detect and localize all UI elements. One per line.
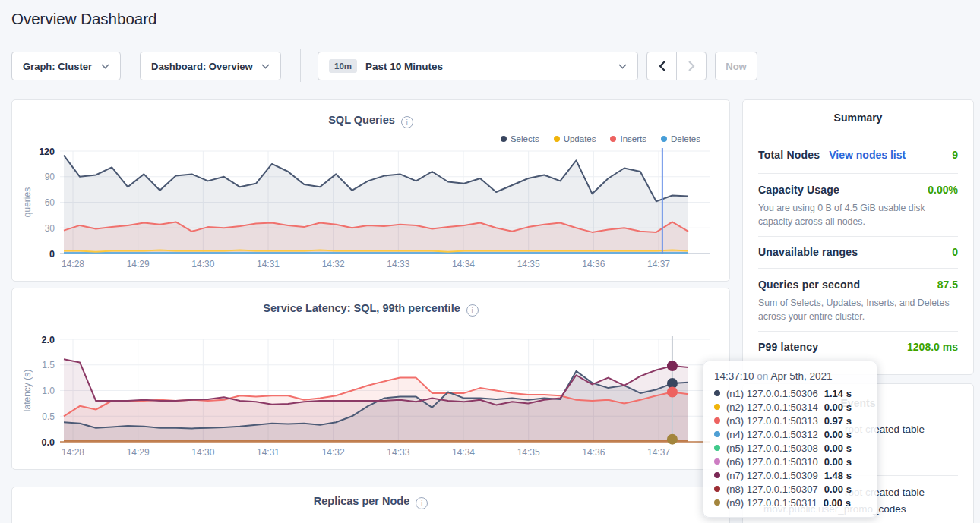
unavailable-ranges-value: 0 [952, 246, 958, 258]
svg-text:14:30: 14:30 [191, 259, 214, 269]
tooltip-node-value: 0.00 s [824, 484, 852, 495]
time-range-label: Past 10 Minutes [365, 61, 443, 72]
service-latency-card: Service Latency: SQL, 99th percentilei 0… [11, 288, 730, 470]
chevron-down-icon [101, 64, 109, 69]
tooltip-node-value: 0.00 s [824, 456, 852, 468]
time-step-buttons [646, 52, 707, 80]
node-color-dot-icon [714, 458, 720, 465]
svg-text:14:35: 14:35 [517, 447, 540, 458]
now-button[interactable]: Now [715, 52, 757, 80]
node-color-dot-icon [714, 499, 720, 506]
node-color-dot-icon [714, 445, 720, 451]
svg-text:14:28: 14:28 [62, 259, 84, 269]
tooltip-node-label: (n5) 127.0.0.1:50308 [726, 443, 818, 454]
service-latency-chart[interactable]: 0.00.51.01.52.014:2814:2914:3014:3114:32… [12, 288, 729, 469]
svg-text:1.5: 1.5 [42, 360, 55, 370]
replicas-per-node-card: Replicas per Nodei [11, 487, 730, 523]
tooltip-node-row: (n6) 127.0.0.1:503100.00 s [714, 455, 866, 468]
svg-text:queries: queries [22, 187, 33, 217]
divider [758, 173, 958, 174]
time-next-button[interactable] [676, 52, 707, 80]
svg-text:14:29: 14:29 [127, 447, 150, 458]
summary-row-capacity: Capacity Usage 0.00% [758, 184, 958, 196]
tooltip-node-row: (n3) 127.0.0.1:503130.97 s [714, 414, 866, 427]
tooltip-timestamp: 14:37:10 on Apr 5th, 2021 [714, 370, 866, 382]
capacity-value: 0.00% [928, 184, 958, 196]
sql-queries-card: SQL Queriesi SelectsUpdatesInsertsDelete… [11, 99, 730, 282]
tooltip-node-label: (n9) 127.0.0.1:50311 [726, 497, 817, 509]
svg-text:14:36: 14:36 [582, 259, 605, 269]
divider [758, 331, 958, 332]
summary-row-qps: Queries per second 87.5 [758, 279, 958, 291]
node-color-dot-icon [714, 404, 720, 410]
replicas-title-row: Replicas per Nodei [12, 493, 729, 509]
tooltip-node-label: (n7) 127.0.0.1:50309 [726, 470, 818, 481]
dashboard-dropdown-label: Dashboard: Overview [151, 61, 253, 72]
node-color-dot-icon [714, 472, 720, 478]
info-icon[interactable]: i [416, 497, 428, 509]
svg-text:1.0: 1.0 [42, 386, 55, 396]
svg-text:14:30: 14:30 [191, 447, 214, 458]
graph-dropdown-label: Graph: Cluster [23, 61, 92, 72]
view-nodes-list-link[interactable]: View nodes list [829, 149, 906, 161]
svg-text:14:35: 14:35 [517, 259, 540, 269]
tooltip-node-label: (n8) 127.0.0.1:50307 [726, 484, 818, 495]
tooltip-node-value: 0.00 s [824, 443, 852, 454]
tooltip-node-label: (n3) 127.0.0.1:50313 [726, 415, 818, 427]
tooltip-node-value: 0.00 s [824, 497, 851, 509]
svg-text:14:37: 14:37 [647, 447, 670, 458]
node-color-dot-icon [714, 417, 720, 424]
tooltip-node-row: (n4) 127.0.0.1:503120.00 s [714, 427, 866, 441]
svg-text:14:37: 14:37 [647, 259, 670, 269]
svg-text:0.0: 0.0 [42, 437, 55, 448]
p99-latency-value: 1208.0 ms [907, 341, 958, 353]
svg-text:0.5: 0.5 [42, 411, 55, 422]
svg-text:60: 60 [45, 197, 55, 208]
summary-row-total-nodes: Total Nodes View nodes list 9 [758, 149, 958, 161]
tooltip-node-rows: (n1) 127.0.0.1:503061.14 s(n2) 127.0.0.1… [714, 386, 866, 509]
tooltip-node-row: (n1) 127.0.0.1:503061.14 s [714, 386, 866, 400]
tooltip-node-row: (n2) 127.0.0.1:503140.00 s [714, 400, 866, 414]
toolbar-divider [300, 49, 301, 82]
chevron-down-icon [261, 64, 270, 69]
svg-text:0: 0 [49, 249, 55, 260]
divider [758, 236, 958, 237]
summary-row-unavailable: Unavailable ranges 0 [758, 246, 958, 258]
svg-text:14:32: 14:32 [322, 259, 345, 269]
summary-title: Summary [743, 112, 973, 124]
chevron-left-icon [659, 61, 665, 71]
svg-text:30: 30 [45, 223, 55, 234]
dashboard-dropdown[interactable]: Dashboard: Overview [140, 52, 281, 80]
svg-text:90: 90 [45, 172, 55, 182]
svg-text:14:32: 14:32 [322, 447, 345, 458]
svg-text:14:29: 14:29 [127, 259, 150, 269]
node-color-dot-icon [714, 431, 720, 437]
svg-text:120: 120 [39, 147, 55, 157]
sql-queries-chart[interactable]: 030609012014:2814:2914:3014:3114:3214:33… [12, 100, 729, 281]
chart-hover-tooltip: 14:37:10 on Apr 5th, 2021 (n1) 127.0.0.1… [703, 361, 877, 518]
qps-description: Sum of Selects, Updates, Inserts, and De… [758, 296, 957, 324]
svg-text:2.0: 2.0 [42, 335, 55, 345]
tooltip-node-label: (n2) 127.0.0.1:50314 [726, 402, 818, 413]
svg-text:14:33: 14:33 [387, 259, 409, 269]
tooltip-node-label: (n6) 127.0.0.1:50310 [726, 456, 818, 468]
qps-value: 87.5 [937, 279, 958, 291]
tooltip-node-value: 1.48 s [824, 470, 852, 481]
tooltip-node-value: 0.00 s [824, 402, 852, 413]
tooltip-node-row: (n7) 127.0.0.1:503091.48 s [714, 468, 866, 482]
svg-text:14:36: 14:36 [582, 447, 605, 458]
tooltip-node-label: (n1) 127.0.0.1:50306 [726, 388, 818, 399]
chevron-right-icon [688, 61, 695, 71]
time-range-picker[interactable]: 10m Past 10 Minutes [318, 52, 638, 80]
node-color-dot-icon [714, 486, 720, 492]
svg-text:14:33: 14:33 [387, 447, 409, 458]
time-prev-button[interactable] [646, 52, 677, 80]
total-nodes-value: 9 [952, 149, 958, 161]
overview-dashboard-screen: Overview Dashboard Graph: Cluster Dashbo… [0, 0, 980, 523]
svg-text:14:31: 14:31 [257, 259, 280, 269]
graph-dropdown[interactable]: Graph: Cluster [11, 52, 121, 80]
chevron-down-icon [618, 64, 627, 69]
divider [758, 268, 958, 269]
svg-text:14:34: 14:34 [452, 447, 475, 458]
time-range-badge: 10m [329, 59, 357, 73]
